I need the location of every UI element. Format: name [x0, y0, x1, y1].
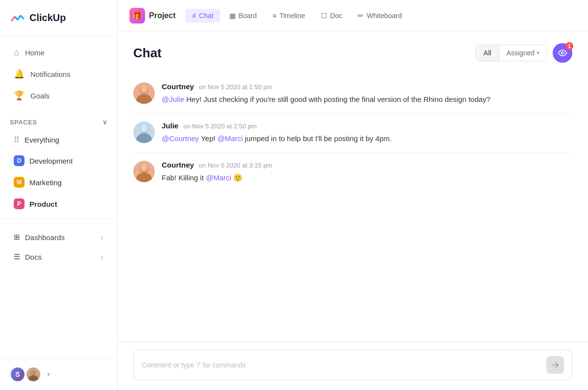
project-title-area: 🎁 Project [129, 8, 175, 24]
msg-content-1: Courtney on Nov 5 2020 at 1:50 pm @Julie… [162, 82, 572, 105]
sidebar-item-dashboards[interactable]: ⊞ Dashboards › [4, 228, 113, 246]
send-button[interactable] [546, 356, 564, 374]
tab-doc[interactable]: ☐ Doc [314, 9, 349, 23]
sidebar-item-everything[interactable]: ⠿ Everything [4, 131, 113, 149]
hash-icon: # [192, 12, 196, 20]
board-icon: ▦ [229, 12, 236, 20]
mention-courtney: @Courtney [162, 134, 199, 143]
msg-content-2: Julie on Nov 5 2020 at 2:50 pm @Courtney… [162, 122, 572, 145]
svg-point-3 [562, 52, 564, 54]
message-3: Courtney on Nov 5 2020 at 3:15 pm Fab! K… [133, 153, 572, 192]
dashboards-label: Dashboards [25, 233, 65, 242]
filter-all-button[interactable]: All [476, 45, 499, 61]
msg-author-1: Courtney [162, 82, 194, 91]
svg-point-7 [141, 86, 147, 93]
message-1: Courtney on Nov 5 2020 at 1:50 pm @Julie… [133, 74, 572, 114]
tab-chat-label: Chat [199, 12, 214, 20]
tab-timeline-label: Timeline [279, 12, 305, 20]
msg-author-2: Julie [162, 122, 178, 130]
spaces-chevron-icon[interactable]: ∨ [102, 119, 108, 126]
msg-text-1: @Julie Hey! Just checking if you're stil… [162, 94, 572, 105]
everything-grid-icon: ⠿ [14, 135, 20, 145]
msg-author-3: Courtney [162, 161, 194, 169]
message-2: Julie on Nov 5 2020 at 2:50 pm @Courtney… [133, 114, 572, 153]
dashboards-icon: ⊞ [14, 233, 20, 242]
tab-whiteboard-label: Whiteboard [367, 12, 402, 20]
msg-header-2: Julie on Nov 5 2020 at 2:50 pm [162, 122, 572, 130]
doc-icon: ☐ [321, 12, 327, 20]
mention-julie: @Julie [162, 95, 184, 103]
comment-area: Comment or type '/' for commands [118, 341, 588, 390]
everything-label: Everything [24, 136, 59, 144]
msg-time-2: on Nov 5 2020 at 2:50 pm [183, 122, 257, 130]
msg-avatar-julie [133, 122, 155, 143]
msg-header-1: Courtney on Nov 5 2020 at 1:50 pm [162, 82, 572, 91]
watch-button[interactable]: 1 [553, 43, 572, 63]
msg-content-3: Courtney on Nov 5 2020 at 3:15 pm Fab! K… [162, 161, 572, 184]
chat-header-right: All Assigned ▾ 1 [475, 43, 572, 63]
msg-text-3: Fab! Killing it @Marci 🙂 [162, 172, 572, 184]
clickup-logo-icon [10, 10, 25, 25]
notification-badge: 1 [565, 42, 573, 50]
msg-avatar-courtney-1 [133, 82, 155, 104]
user-avatar-s: S [10, 366, 25, 382]
filter-assigned-button[interactable]: Assigned ▾ [499, 45, 546, 61]
sidebar-nav: ⌂ Home 🔔 Notifications 🏆 Goals [0, 36, 117, 113]
sidebar: ClickUp ⌂ Home 🔔 Notifications 🏆 Goals S… [0, 0, 118, 390]
trophy-icon: 🏆 [14, 90, 24, 101]
user-avatar-photo [25, 366, 41, 382]
mention-marci-2: @Marci [206, 173, 231, 182]
msg-time-3: on Nov 5 2020 at 3:15 pm [199, 162, 272, 169]
spaces-header: Spaces ∨ [0, 113, 117, 130]
svg-point-11 [141, 125, 147, 132]
comment-placeholder: Comment or type '/' for commands [142, 361, 246, 369]
project-label: Project [149, 11, 175, 20]
filter-buttons: All Assigned ▾ [475, 45, 547, 61]
tab-chat[interactable]: # Chat [185, 9, 220, 23]
sidebar-item-notifications[interactable]: 🔔 Notifications [4, 64, 113, 84]
docs-icon: ☰ [14, 252, 20, 261]
assigned-chevron-icon: ▾ [537, 49, 539, 56]
msg-header-3: Courtney on Nov 5 2020 at 3:15 pm [162, 161, 572, 169]
user-menu-chevron-icon[interactable]: ▾ [47, 371, 50, 378]
messages-container: Courtney on Nov 5 2020 at 1:50 pm @Julie… [118, 71, 588, 341]
mention-marci-1: @Marci [218, 134, 243, 143]
tab-timeline[interactable]: ≡ Timeline [266, 9, 312, 23]
sidebar-notifications-label: Notifications [30, 70, 71, 78]
sidebar-goals-label: Goals [30, 92, 49, 100]
spaces-label: Spaces [10, 119, 37, 126]
msg-text-2: @Courtney Yep! @Marci jumped in to help … [162, 133, 572, 145]
docs-label: Docs [25, 253, 42, 261]
sidebar-item-home[interactable]: ⌂ Home [4, 43, 113, 63]
marketing-label: Marketing [29, 178, 62, 187]
top-tabs: 🎁 Project # Chat ▦ Board ≡ Timeline ☐ Do… [118, 0, 588, 31]
sidebar-bottom: S ▾ [0, 358, 117, 390]
msg-avatar-courtney-3 [133, 161, 155, 182]
sidebar-home-label: Home [25, 49, 45, 57]
sidebar-item-docs[interactable]: ☰ Docs › [4, 247, 113, 266]
tab-whiteboard[interactable]: ✏ Whiteboard [351, 9, 409, 23]
main-content: 🎁 Project # Chat ▦ Board ≡ Timeline ☐ Do… [118, 0, 588, 390]
marketing-badge: M [14, 177, 24, 188]
docs-chevron-icon: › [101, 253, 103, 261]
sidebar-item-development[interactable]: D Development [4, 151, 113, 171]
svg-point-15 [141, 164, 147, 171]
sidebar-sections: ⊞ Dashboards › ☰ Docs › [0, 219, 117, 267]
product-badge: P [14, 198, 24, 209]
product-label: Product [29, 200, 57, 208]
sidebar-item-marketing[interactable]: M Marketing [4, 172, 113, 192]
tab-doc-label: Doc [330, 12, 343, 20]
tab-board-label: Board [239, 12, 257, 20]
sidebar-item-product[interactable]: P Product [4, 194, 113, 214]
dashboards-chevron-icon: › [101, 233, 103, 242]
chat-header: Chat All Assigned ▾ 1 [118, 31, 588, 71]
logo-area: ClickUp [0, 0, 117, 36]
whiteboard-icon: ✏ [358, 12, 364, 20]
logo-text: ClickUp [29, 12, 66, 24]
comment-input-wrapper[interactable]: Comment or type '/' for commands [133, 350, 572, 380]
chat-area: Chat All Assigned ▾ 1 [118, 31, 588, 390]
chat-title: Chat [133, 46, 162, 61]
home-icon: ⌂ [14, 48, 19, 58]
tab-board[interactable]: ▦ Board [222, 9, 264, 23]
sidebar-item-goals[interactable]: 🏆 Goals [4, 85, 113, 106]
